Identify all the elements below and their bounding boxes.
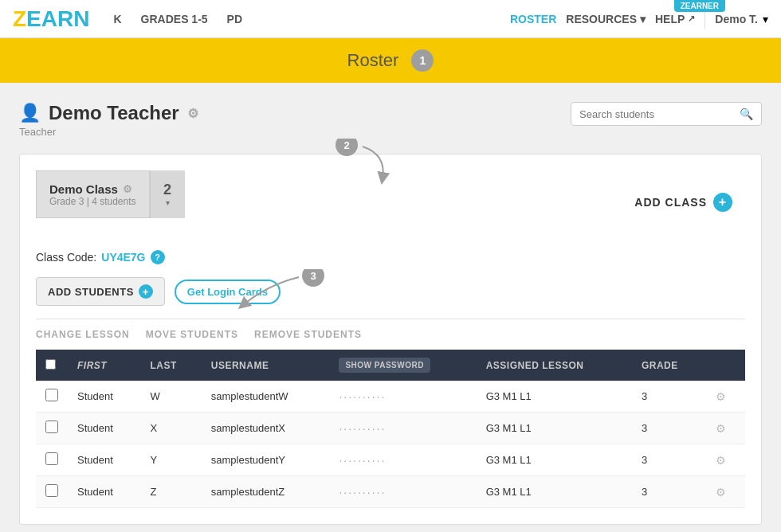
row-gear-icon[interactable]: ⚙ (716, 454, 726, 467)
header-assigned-lesson: ASSIGNED LESSON (477, 350, 632, 381)
row-gear-cell: ⚙ (706, 476, 745, 508)
nav-resources[interactable]: RESOURCES (566, 13, 646, 25)
help-icon[interactable]: ? (151, 250, 165, 264)
row-lesson: G3 M1 L1 (477, 476, 632, 508)
tour-arrow-2: 2 (315, 139, 410, 186)
help-label: HELP (655, 13, 685, 25)
logo-earn: EARN (26, 6, 89, 32)
divider (36, 319, 745, 319)
class-tab-info: Demo Class ⚙ Grade 3 | 4 students (49, 182, 136, 207)
row-checkbox[interactable] (45, 389, 58, 401)
nav-pd[interactable]: PD (227, 13, 242, 25)
nav-help[interactable]: HELP ↗ (655, 13, 695, 25)
row-checkbox[interactable] (45, 452, 58, 465)
row-first: Student (68, 476, 141, 508)
row-password: ·········· (329, 476, 476, 508)
row-grade: 3 (632, 476, 706, 508)
table-row: Student Z samplestudentZ ·········· G3 M… (36, 476, 745, 508)
teacher-name: Demo Teacher (49, 102, 179, 124)
chevron-down-icon (640, 13, 646, 25)
header-last: LAST (141, 350, 202, 381)
top-nav: Z EARN K GRADES 1-5 PD ROSTER RESOURCES … (0, 0, 781, 38)
row-password: ·········· (329, 381, 476, 413)
remove-students-button[interactable]: REMOVE STUDENTS (254, 329, 362, 340)
search-icon: 🔍 (740, 108, 753, 120)
class-gear-icon[interactable]: ⚙ (123, 183, 132, 195)
search-input[interactable] (579, 108, 740, 120)
class-code-value: UY4E7G (101, 251, 145, 264)
row-checkbox-cell (36, 381, 68, 413)
settings-icon[interactable]: ⚙ (187, 106, 198, 121)
row-gear-icon[interactable]: ⚙ (716, 486, 726, 499)
action-row: 3 ADD STUDENTS + Get Login Cards (36, 277, 745, 306)
header-first: FIRST (68, 350, 141, 381)
change-lesson-button[interactable]: CHANGE LESSON (36, 329, 130, 340)
class-tab-demo[interactable]: Demo Class ⚙ Grade 3 | 4 students (36, 170, 150, 218)
row-lesson: G3 M1 L1 (477, 413, 632, 444)
table-actions: CHANGE LESSON MOVE STUDENTS REMOVE STUDE… (36, 329, 745, 340)
resources-label: RESOURCES (566, 13, 637, 25)
row-grade: 3 (632, 413, 706, 444)
row-first: Student (68, 413, 141, 444)
nav-right: ROSTER RESOURCES HELP ↗ Demo T. (510, 10, 768, 29)
row-gear-icon[interactable]: ⚙ (716, 390, 726, 403)
user-chevron-icon (763, 13, 768, 25)
header-checkbox-col (36, 350, 68, 381)
class-tab-name: Demo Class ⚙ (49, 182, 136, 196)
row-username: samplestudentY (202, 444, 330, 476)
table-row: Student W samplestudentW ·········· G3 M… (36, 381, 745, 413)
login-cards-label: Get Login Cards (187, 286, 268, 298)
row-grade: 3 (632, 444, 706, 476)
row-gear-icon[interactable]: ⚙ (716, 422, 726, 435)
row-checkbox-cell (36, 444, 68, 476)
move-students-button[interactable]: MOVE STUDENTS (146, 329, 238, 340)
person-icon: 👤 (19, 103, 41, 123)
row-lesson: G3 M1 L1 (477, 444, 632, 476)
teacher-header: 👤 Demo Teacher ⚙ Teacher 🔍 (19, 102, 762, 138)
logo[interactable]: Z EARN (13, 6, 89, 32)
row-last: Z (141, 476, 202, 508)
zearner-badge: ZEARNER (674, 0, 725, 12)
svg-text:2: 2 (343, 139, 349, 151)
row-lesson: G3 M1 L1 (477, 381, 632, 413)
select-all-checkbox[interactable] (45, 359, 56, 370)
table-row: Student X samplestudentX ·········· G3 M… (36, 413, 745, 444)
nav-user[interactable]: Demo T. (715, 13, 768, 25)
row-gear-cell: ⚙ (706, 444, 745, 476)
teacher-info: 👤 Demo Teacher ⚙ Teacher (19, 102, 198, 138)
class-tab-sub: Grade 3 | 4 students (49, 196, 136, 207)
nav-roster[interactable]: ROSTER (510, 13, 556, 25)
nav-grades[interactable]: GRADES 1-5 (141, 13, 208, 25)
class-tab-num-val: 2 (163, 182, 171, 198)
row-username: samplestudentX (202, 413, 330, 444)
header-username: USERNAME (202, 350, 330, 381)
class-tab-chevron-icon (166, 198, 170, 207)
nav-k[interactable]: K (113, 13, 121, 25)
get-login-cards-button[interactable]: Get Login Cards (175, 280, 281, 304)
svg-point-0 (336, 139, 358, 156)
header-actions (706, 350, 745, 381)
class-tabs-row: Demo Class ⚙ Grade 3 | 4 students 2 (36, 170, 185, 218)
show-password-button[interactable]: SHOW PASSWORD (339, 358, 430, 373)
nav-links: K GRADES 1-5 PD (113, 13, 509, 25)
class-card: 2 Demo Class ⚙ Grade 3 | 4 students 2 (19, 154, 762, 525)
header-grade: GRADE (632, 350, 706, 381)
row-checkbox[interactable] (45, 421, 58, 433)
teacher-role: Teacher (19, 126, 198, 138)
row-checkbox-cell (36, 413, 68, 444)
tour-step-1: 1 (411, 49, 434, 72)
row-checkbox[interactable] (45, 484, 58, 497)
table-row: Student Y samplestudentY ·········· G3 M… (36, 444, 745, 476)
page-banner: Roster 1 (0, 38, 781, 83)
main-content: 👤 Demo Teacher ⚙ Teacher 🔍 2 (0, 83, 781, 532)
class-code-label: Class Code: (36, 251, 96, 264)
row-gear-cell: ⚙ (706, 381, 745, 413)
teacher-name-row: 👤 Demo Teacher ⚙ (19, 102, 198, 124)
class-tab-number[interactable]: 2 (150, 170, 185, 218)
svg-text:3: 3 (310, 270, 316, 282)
add-students-plus-icon: + (139, 284, 153, 299)
add-students-button[interactable]: ADD STUDENTS + (36, 277, 165, 306)
search-box: 🔍 (571, 102, 762, 126)
add-class-button[interactable]: ADD CLASS + (622, 186, 745, 218)
class-code-row: Class Code: UY4E7G ? (36, 250, 745, 264)
